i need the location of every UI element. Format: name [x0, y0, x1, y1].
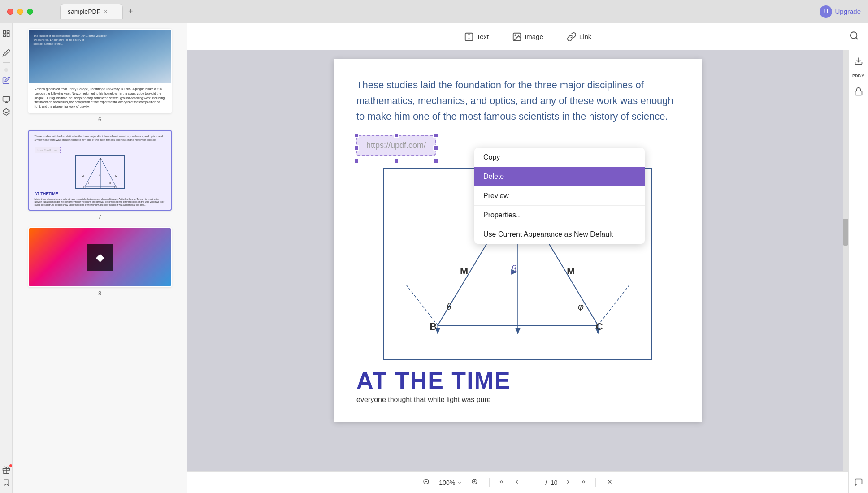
gift-notification-dot: [9, 464, 12, 467]
svg-line-50: [428, 483, 429, 484]
url-display[interactable]: https://updf.com/: [356, 135, 436, 156]
sidebar-icon-annotate[interactable]: [1, 75, 11, 85]
handle-mr[interactable]: [433, 145, 438, 151]
svg-text:M: M: [82, 174, 84, 177]
new-tab-button[interactable]: +: [125, 5, 137, 18]
thumb8-image: ◆: [29, 228, 171, 286]
context-menu: Copy Delete Preview Properties... Use Cu…: [474, 148, 645, 244]
svg-text:φ: φ: [109, 182, 111, 184]
svg-line-34: [598, 285, 629, 325]
last-page-button[interactable]: [578, 478, 588, 487]
text-tool-button[interactable]: Text: [460, 29, 494, 44]
svg-point-22: [515, 35, 516, 36]
thumbnail-item-7[interactable]: These studies laid the foundation for th…: [18, 130, 182, 220]
link-label: Link: [579, 33, 592, 40]
intro-paragraph: These studies laid the foundation for th…: [356, 77, 679, 125]
at-the-time-text: AT: [356, 368, 387, 394]
image-icon: [512, 32, 522, 42]
context-menu-copy[interactable]: Copy: [474, 148, 645, 167]
context-menu-delete[interactable]: Delete: [474, 167, 645, 186]
at-the-time-section: AT THE TIME: [356, 367, 679, 394]
maximize-window-button[interactable]: [27, 9, 33, 15]
thumbnail-card-7[interactable]: These studies laid the foundation for th…: [28, 130, 172, 211]
link-icon: [567, 32, 577, 42]
svg-text:θ: θ: [447, 302, 451, 311]
handle-tr[interactable]: [433, 133, 438, 138]
bottom-bar: 100% 7 / 10: [187, 471, 848, 493]
zoom-dropdown-icon: [457, 480, 462, 485]
text-label: Text: [477, 33, 489, 40]
thumb6-text: Newton graduated from Trinity College, C…: [29, 83, 171, 112]
context-menu-preview[interactable]: Preview: [474, 186, 645, 205]
svg-line-24: [856, 37, 858, 39]
page-indicator: 7 / 10: [527, 479, 557, 486]
svg-text:B: B: [83, 186, 86, 189]
thumb6-image: The founder of modern science, born in 1…: [29, 30, 171, 83]
thumbnail-card-6[interactable]: The founder of modern science, born in 1…: [28, 29, 172, 113]
svg-line-9: [100, 158, 116, 187]
zoom-percentage: 100%: [439, 479, 455, 486]
thumbnail-card-8[interactable]: ◆: [28, 227, 172, 287]
total-pages: 10: [551, 479, 558, 486]
svg-marker-5: [3, 109, 9, 113]
svg-text:β: β: [511, 263, 516, 274]
toolbar-divider-1: [489, 478, 490, 487]
zoom-in-button[interactable]: [468, 476, 482, 489]
context-menu-properties[interactable]: Properties...: [474, 206, 645, 225]
handle-tm[interactable]: [394, 133, 399, 138]
svg-text:β: β: [99, 173, 100, 176]
right-sidebar-download-icon[interactable]: [853, 56, 864, 66]
svg-text:M: M: [115, 174, 117, 177]
svg-rect-0: [3, 30, 5, 34]
right-sidebar-comments-icon[interactable]: [853, 477, 864, 488]
page-number-6: 6: [98, 116, 101, 123]
traffic-lights: [7, 9, 33, 15]
svg-text:θ: θ: [88, 182, 90, 184]
sidebar-icon-bookmark[interactable]: [1, 478, 11, 488]
page-separator: /: [545, 479, 547, 486]
image-tool-button[interactable]: Image: [508, 29, 548, 44]
page-number-7: 7: [98, 213, 101, 220]
zoom-out-button[interactable]: [419, 476, 434, 489]
svg-rect-3: [3, 35, 5, 37]
svg-line-8: [85, 158, 100, 187]
title-bar: samplePDF × + U Upgrade: [0, 0, 868, 23]
handle-tl[interactable]: [354, 133, 359, 138]
sidebar-icon-pages[interactable]: [1, 95, 11, 104]
prev-page-button[interactable]: [512, 478, 522, 487]
active-tab[interactable]: samplePDF ×: [60, 4, 123, 19]
sidebar-icon-layers[interactable]: [1, 107, 11, 117]
sidebar-icon-edit[interactable]: [1, 48, 11, 58]
close-toolbar-button[interactable]: [603, 477, 616, 488]
handle-br[interactable]: [433, 158, 438, 164]
current-page-input[interactable]: 7: [527, 479, 542, 486]
scroll-thumb[interactable]: [843, 219, 848, 246]
handle-bl[interactable]: [354, 158, 359, 164]
zoom-level-display[interactable]: 100%: [439, 479, 462, 486]
first-page-button[interactable]: [497, 478, 507, 487]
url-link-element[interactable]: https://updf.com/: [356, 135, 436, 161]
svg-text:B: B: [430, 320, 437, 332]
svg-text:M: M: [460, 265, 468, 276]
svg-rect-48: [855, 91, 862, 95]
next-page-button[interactable]: [563, 478, 573, 487]
image-label: Image: [525, 33, 543, 40]
upgrade-button[interactable]: U Upgrade: [820, 5, 861, 18]
sidebar-icon-gift[interactable]: [1, 465, 11, 475]
thumb7-content: These studies laid the foundation for th…: [29, 131, 171, 210]
title-bar-right: U Upgrade: [820, 5, 861, 18]
tab-close-button[interactable]: ×: [104, 9, 107, 15]
sidebar-icon-library[interactable]: [1, 29, 11, 39]
scroll-track: [843, 50, 848, 471]
link-tool-button[interactable]: Link: [562, 29, 596, 44]
thumbnail-item-6[interactable]: The founder of modern science, born in 1…: [18, 29, 182, 123]
close-window-button[interactable]: [7, 9, 13, 15]
thumbnail-item-8[interactable]: ◆ 8: [18, 227, 182, 297]
search-button[interactable]: [849, 30, 859, 43]
minimize-window-button[interactable]: [17, 9, 23, 15]
context-menu-use-current-appearance[interactable]: Use Current Appearance as New Default: [474, 225, 645, 244]
handle-ml[interactable]: [354, 145, 359, 151]
right-sidebar-lock-icon[interactable]: [853, 86, 864, 97]
handle-bm[interactable]: [394, 158, 399, 164]
right-sidebar-pdfa-icon[interactable]: PDF/A: [853, 71, 864, 82]
